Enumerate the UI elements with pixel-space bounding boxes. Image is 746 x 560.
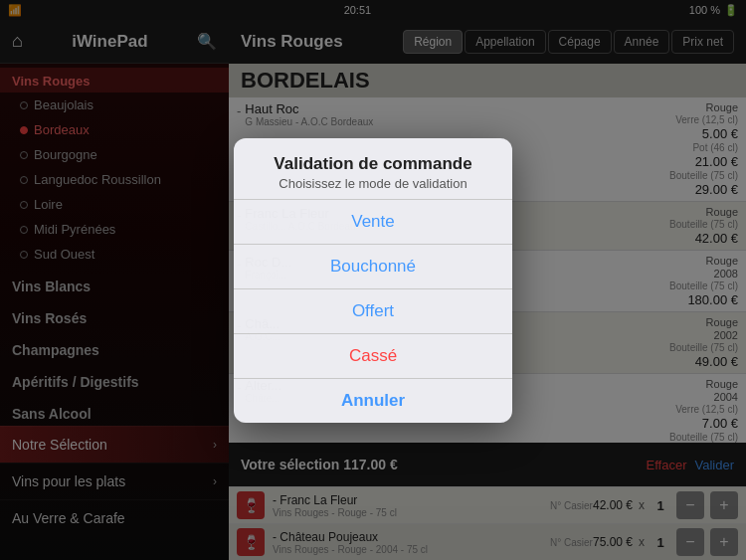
modal-overlay: Validation de commande Choisissez le mod… <box>0 0 746 560</box>
modal-btn-vente[interactable]: Vente <box>234 200 512 245</box>
modal-validation: Validation de commande Choisissez le mod… <box>234 138 512 423</box>
modal-btn-bouchonne[interactable]: Bouchonné <box>234 245 512 289</box>
modal-header: Validation de commande Choisissez le mod… <box>234 138 512 199</box>
modal-btn-offert[interactable]: Offert <box>234 289 512 334</box>
modal-btn-annuler[interactable]: Annuler <box>234 379 512 423</box>
modal-btn-casse[interactable]: Cassé <box>234 334 512 379</box>
modal-subtitle: Choisissez le mode de validation <box>254 176 492 191</box>
modal-title: Validation de commande <box>254 154 492 174</box>
